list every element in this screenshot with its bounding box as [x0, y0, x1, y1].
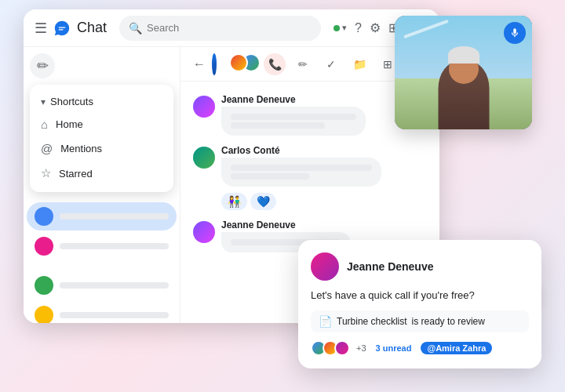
help-icon[interactable]: ? [355, 21, 362, 35]
sidebar-top: ✏ [24, 47, 180, 82]
settings-icon[interactable]: ⚙ [370, 20, 381, 35]
search-icon: 🔍 [129, 22, 142, 34]
shortcut-home-label: Home [56, 118, 83, 130]
sidebar-item-text-3 [60, 282, 169, 289]
shortcuts-label: Shortcuts [50, 96, 93, 107]
notif-sender-name: Jeanne Deneuve [347, 260, 434, 273]
unread-badge: 3 unread [376, 343, 412, 353]
footer-avatars [311, 340, 350, 356]
mention-badge[interactable]: @Amira Zahra [421, 342, 492, 354]
app-title: Chat [77, 20, 107, 36]
notif-doc-chip[interactable]: 📄 Turbine checklist is ready to review [311, 310, 529, 332]
msg-avatar-jeanne-2 [193, 221, 215, 243]
search-bar[interactable]: 🔍 [119, 16, 321, 41]
hamburger-icon[interactable]: ☰ [35, 20, 47, 37]
chevron-icon: ▾ [41, 96, 46, 107]
folder-icon[interactable]: 📁 [348, 53, 370, 75]
msg-avatar-carlos [193, 147, 215, 169]
sidebar-avatar-2 [35, 237, 53, 256]
msg-bubble-2 [221, 158, 381, 187]
sidebar-item-1[interactable] [27, 202, 177, 230]
shortcut-starred[interactable]: ☆ Starred [30, 161, 173, 186]
sidebar-item-text-4 [60, 312, 169, 318]
message-reactions: 👫 💙 [221, 193, 427, 210]
star-icon: ☆ [41, 166, 51, 180]
shortcut-starred-label: Starred [59, 168, 93, 180]
msg-line-1-2 [231, 122, 325, 129]
video-mic-button[interactable] [504, 22, 526, 44]
shortcut-home[interactable]: ⌂ Home [30, 112, 173, 136]
notif-message: Let's have a quick call if you're free? [311, 289, 529, 303]
msg-sender-3: Jeanne Deneuve [221, 220, 350, 230]
compose-button[interactable]: ✏ [30, 53, 55, 78]
end-call-button[interactable]: 📞 [264, 53, 286, 75]
footer-plus-count: +3 [356, 343, 366, 353]
home-icon: ⌂ [41, 118, 48, 131]
status-dot [334, 25, 340, 31]
doc-suffix: is ready to review [412, 316, 485, 327]
footer-avatar-3 [334, 340, 350, 356]
msg-line-2-2 [231, 173, 309, 180]
sidebar-item-3[interactable] [27, 271, 177, 299]
doc-label: Turbine checklist [337, 316, 407, 327]
search-input[interactable] [147, 22, 312, 34]
doc-icon: 📄 [319, 315, 332, 328]
message-group-1: Jeanne Deneuve [193, 94, 427, 136]
message-row-1: Jeanne Deneuve [193, 94, 427, 136]
task-icon[interactable]: ✓ [320, 53, 342, 75]
msg-line-1-1 [231, 114, 356, 120]
sidebar-item-4[interactable] [27, 301, 177, 323]
mentions-icon: @ [41, 142, 53, 155]
shortcuts-header[interactable]: ▾ Shortcuts [30, 91, 173, 112]
edit-icon[interactable]: ✏ [292, 53, 314, 75]
video-overlay: You [395, 16, 532, 129]
shortcut-mentions-label: Mentions [60, 143, 102, 154]
shortcut-mentions[interactable]: @ Mentions [30, 136, 173, 161]
notif-header: Jeanne Deneuve [311, 252, 529, 281]
sidebar-avatar-1 [35, 207, 53, 226]
person-helmet [448, 46, 479, 64]
reaction-couple[interactable]: 👫 [221, 193, 247, 210]
sidebar-item-2[interactable] [27, 232, 177, 260]
msg-line-2-1 [231, 165, 372, 171]
message-row-2: Carlos Conté [193, 145, 427, 187]
sidebar-avatar-3 [35, 276, 53, 295]
msg-sender-1: Jeanne Deneuve [221, 94, 366, 105]
shortcuts-dropdown: ▾ Shortcuts ⌂ Home @ Mentions ☆ Starred [30, 85, 173, 192]
reaction-heart[interactable]: 💙 [250, 193, 276, 210]
notification-popup: Jeanne Deneuve Let's have a quick call i… [298, 240, 541, 368]
topbar: ☰ Chat 🔍 ▾ ? ⚙ ⊞ G [24, 9, 439, 47]
msg-sender-2: Carlos Conté [221, 145, 381, 156]
chat-logo-icon [53, 20, 71, 37]
status-chevron[interactable]: ▾ [342, 23, 347, 33]
sidebar-item-text-2 [60, 243, 169, 249]
msg-avatar-jeanne [193, 96, 215, 118]
message-group-2: Carlos Conté 👫 💙 [193, 145, 427, 210]
msg-bubble-1 [221, 107, 366, 136]
sidebar-item-text-1 [60, 213, 169, 220]
chat-header-avatar [212, 53, 217, 75]
notif-sender-avatar [311, 252, 339, 281]
sidebar: ✏ ▾ Shortcuts ⌂ Home @ Mentions ☆ S [24, 47, 180, 323]
notif-footer: +3 3 unread @Amira Zahra [311, 340, 529, 356]
sidebar-avatar-4 [35, 306, 53, 323]
call-avatar-1 [229, 53, 248, 72]
back-button[interactable]: ← [193, 57, 206, 71]
